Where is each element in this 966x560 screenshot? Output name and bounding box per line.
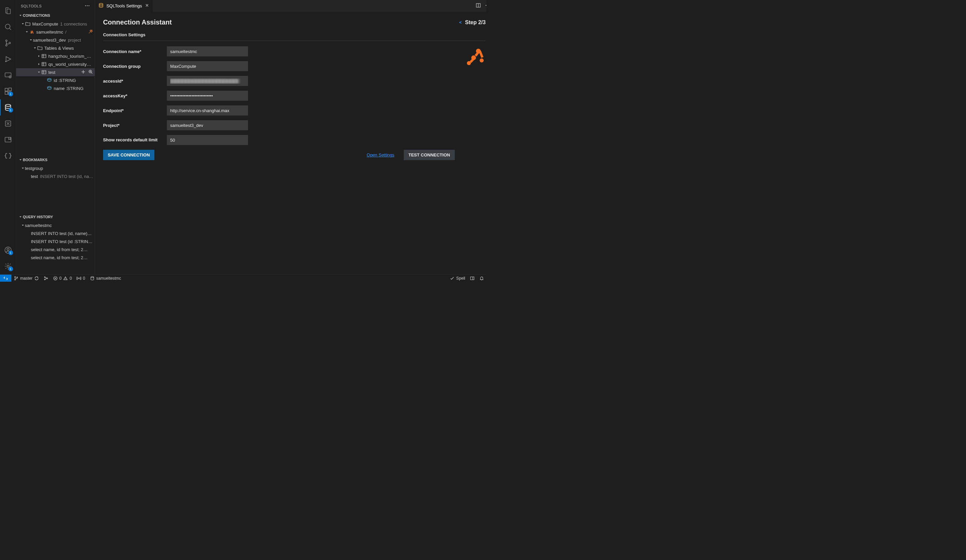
bookmark-item-detail: INSERT INTO test (id, na…: [40, 174, 93, 179]
testing-icon[interactable]: [0, 115, 16, 131]
svg-point-43: [79, 278, 80, 279]
remote-explorer-icon[interactable]: [0, 67, 16, 83]
connection-group-row[interactable]: MaxCompute1 connections: [16, 20, 95, 28]
folder-icon: [37, 45, 43, 51]
table-row[interactable]: hangzhou_tourism_…: [16, 52, 95, 60]
ports-count: 0: [83, 276, 85, 281]
active-connection-status[interactable]: samueltestmc: [88, 276, 123, 281]
chevron-down-icon: [21, 223, 25, 227]
split-editor-icon[interactable]: [476, 3, 481, 9]
save-connection-button[interactable]: SAVE CONNECTION: [103, 150, 154, 160]
history-item-row[interactable]: select name, id from test; 2…: [16, 253, 95, 261]
close-icon[interactable]: [145, 3, 150, 9]
svg-point-44: [90, 276, 94, 277]
error-count: 0: [59, 276, 62, 281]
test-connection-button[interactable]: TEST CONNECTION: [404, 150, 455, 160]
tab-sqltools-settings[interactable]: SQLTools Settings: [95, 0, 153, 12]
extensions-icon[interactable]: 1: [0, 83, 16, 99]
history-item-row[interactable]: INSERT INTO test (id :STRIN…: [16, 237, 95, 245]
accounts-icon[interactable]: 1: [0, 242, 16, 258]
chevron-down-icon: [29, 38, 33, 42]
sidebar-more-icon[interactable]: [85, 3, 90, 9]
svg-rect-8: [5, 92, 8, 94]
limit-input[interactable]: [167, 135, 248, 145]
connection-group-input[interactable]: [167, 61, 248, 71]
svg-rect-20: [42, 54, 46, 58]
notifications-icon[interactable]: [477, 276, 486, 281]
column-icon: [46, 77, 53, 83]
bookmark-item-row[interactable]: testINSERT INTO test (id, na…: [16, 172, 95, 180]
history-item-row[interactable]: select name, id from test; 2…: [16, 245, 95, 253]
sidebar: SQLTOOLS CONNECTIONS MaxCompute1 connect…: [16, 0, 95, 274]
driver-logo: [464, 46, 486, 160]
svg-point-15: [7, 248, 9, 250]
explorer-icon[interactable]: [0, 3, 16, 19]
project-input[interactable]: [167, 120, 248, 130]
table-label: hangzhou_tourism_…: [48, 54, 91, 59]
more-icon[interactable]: [485, 3, 486, 9]
chevron-down-icon: [33, 46, 37, 50]
chevron-down-icon: [37, 70, 41, 74]
tables-folder-row[interactable]: Tables & Views: [16, 44, 95, 52]
bookmarks-title: BOOKMARKS: [23, 158, 47, 162]
svg-point-3: [9, 42, 10, 44]
bookmarks-activity-icon[interactable]: [0, 131, 16, 148]
spell-status[interactable]: Spell: [447, 276, 468, 281]
history-connection-row[interactable]: samueltestmc: [16, 221, 95, 229]
problems-status[interactable]: 0 0: [51, 276, 74, 281]
svg-point-38: [17, 277, 18, 278]
port-graph-status[interactable]: [41, 276, 51, 281]
bookmarks-panel-header[interactable]: BOOKMARKS: [16, 156, 95, 164]
svg-point-2: [5, 44, 7, 46]
svg-point-1: [5, 40, 7, 41]
access-key-input[interactable]: [167, 90, 248, 101]
plug-connected-icon[interactable]: [88, 29, 93, 35]
settings-gear-icon[interactable]: 1: [0, 258, 16, 274]
remote-indicator[interactable]: [0, 274, 12, 282]
run-debug-icon[interactable]: [0, 51, 16, 67]
tables-folder-label: Tables & Views: [44, 46, 74, 51]
svg-point-26: [486, 5, 486, 6]
page-title: Connection Assistant: [103, 18, 172, 26]
warning-icon: [63, 276, 68, 281]
column-row[interactable]: name :STRING: [16, 84, 95, 92]
connection-row[interactable]: samueltestmc/: [16, 28, 95, 36]
connection-name-input[interactable]: [167, 46, 248, 56]
source-control-icon[interactable]: [0, 35, 16, 51]
brackets-icon[interactable]: [0, 148, 16, 164]
add-icon[interactable]: [80, 69, 86, 76]
table-icon: [41, 61, 47, 67]
connection-suffix: /: [65, 30, 66, 34]
svg-rect-22: [42, 71, 46, 74]
access-id-input[interactable]: [167, 76, 248, 86]
history-item-row[interactable]: INSERT INTO test (id, name)…: [16, 229, 95, 237]
ports-status[interactable]: 0: [74, 276, 88, 281]
access-key-label: accessKey*: [103, 94, 167, 99]
git-branch-status[interactable]: master: [12, 276, 41, 281]
step-back-icon[interactable]: <: [459, 20, 462, 25]
sqltools-badge: 1: [8, 108, 13, 112]
svg-point-24: [99, 3, 103, 5]
sqltools-icon[interactable]: 1: [0, 99, 16, 115]
connections-panel-header[interactable]: CONNECTIONS: [16, 12, 95, 19]
activity-bar: 1 1 1 1: [0, 0, 16, 274]
endpoint-input[interactable]: [167, 105, 248, 115]
connection-name-label: Connection name*: [103, 49, 167, 54]
check-icon: [450, 276, 455, 281]
column-row[interactable]: id :STRING: [16, 76, 95, 84]
history-panel-header[interactable]: QUERY HISTORY: [16, 213, 95, 220]
folder-icon: [25, 21, 31, 26]
magnify-icon[interactable]: [88, 69, 93, 76]
svg-point-11: [5, 104, 11, 107]
layout-status-icon[interactable]: [468, 276, 477, 281]
branch-name: master: [20, 276, 33, 281]
project-row[interactable]: samueltest3_devproject: [16, 36, 95, 44]
connection-group-name: MaxCompute: [32, 21, 58, 26]
table-row[interactable]: test: [16, 68, 95, 76]
table-row[interactable]: qs_world_university…: [16, 60, 95, 68]
search-icon[interactable]: [0, 19, 16, 35]
open-settings-link[interactable]: Open Settings: [366, 153, 394, 158]
bookmark-group-row[interactable]: testgroup: [16, 164, 95, 172]
svg-point-4: [5, 61, 6, 62]
spell-label: Spell: [456, 276, 465, 281]
